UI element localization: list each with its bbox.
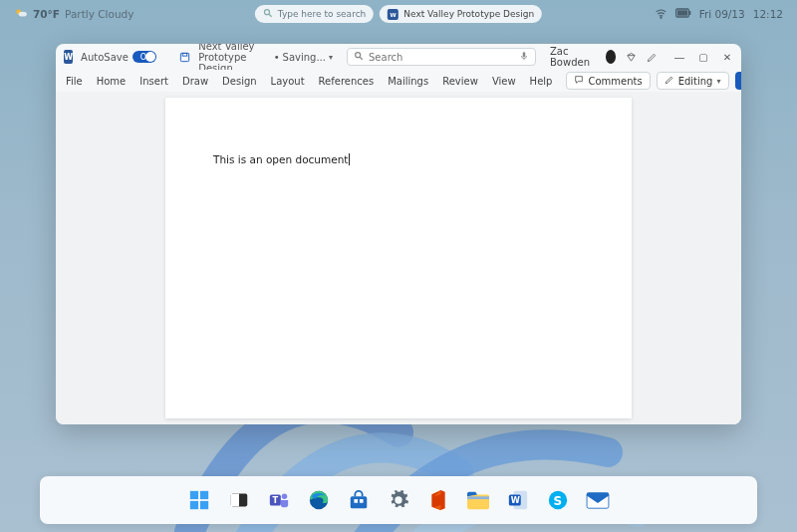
- system-search-placeholder: Type here to search: [278, 9, 366, 19]
- comment-icon: [574, 75, 584, 87]
- ribbon-tabs: File Home Insert Draw Design Layout Refe…: [56, 70, 741, 92]
- weather-condition: Partly Cloudy: [65, 8, 133, 20]
- tab-review[interactable]: Review: [442, 76, 478, 87]
- teams-app[interactable]: T: [266, 487, 292, 513]
- bullet-separator: •: [274, 52, 280, 63]
- svg-text:S: S: [553, 494, 562, 508]
- explorer-app[interactable]: [465, 487, 491, 513]
- svg-rect-20: [231, 494, 239, 507]
- autosave-label: AutoSave: [81, 52, 129, 63]
- svg-line-12: [360, 57, 363, 60]
- svg-text:W: W: [391, 11, 397, 17]
- system-date[interactable]: Fri 09/13: [699, 8, 745, 20]
- task-view-button[interactable]: [226, 487, 252, 513]
- ribbon-search-input[interactable]: [369, 52, 514, 63]
- word-app-icon: W: [388, 9, 398, 20]
- system-time[interactable]: 12:12: [753, 8, 783, 20]
- svg-rect-17: [190, 501, 198, 509]
- system-search-pill[interactable]: Type here to search: [255, 5, 374, 23]
- tab-draw[interactable]: Draw: [182, 76, 208, 87]
- start-button[interactable]: [186, 487, 212, 513]
- chevron-down-icon: ▾: [329, 53, 333, 62]
- autosave-state: On: [140, 53, 151, 62]
- pen-icon[interactable]: [647, 51, 658, 63]
- tab-file[interactable]: File: [66, 76, 83, 87]
- word-window: W AutoSave On Next Valley Prototype Desi…: [56, 44, 741, 424]
- tab-references[interactable]: References: [319, 76, 375, 87]
- diamond-icon[interactable]: [626, 51, 637, 63]
- editing-mode-button[interactable]: Editing ▾: [657, 72, 729, 90]
- svg-rect-7: [677, 10, 687, 15]
- tab-layout[interactable]: Layout: [271, 76, 305, 87]
- ribbon-search[interactable]: [347, 48, 536, 66]
- tab-mailings[interactable]: Mailings: [388, 76, 428, 87]
- close-button[interactable]: ✕: [721, 51, 733, 63]
- svg-rect-8: [689, 11, 690, 15]
- svg-rect-29: [467, 496, 489, 499]
- window-titlebar: W AutoSave On Next Valley Prototype Desi…: [56, 44, 741, 70]
- document-status: Saving...: [283, 52, 326, 63]
- document-body-text: This is an open document: [213, 153, 348, 165]
- comments-button[interactable]: Comments: [566, 72, 650, 90]
- mic-icon[interactable]: [519, 51, 529, 63]
- svg-rect-15: [190, 491, 198, 499]
- svg-line-3: [269, 14, 272, 17]
- svg-rect-10: [182, 53, 187, 56]
- svg-rect-26: [354, 499, 358, 503]
- mail-app[interactable]: [585, 487, 611, 513]
- user-avatar[interactable]: [606, 50, 616, 64]
- text-cursor: [349, 153, 350, 165]
- svg-point-23: [282, 494, 288, 500]
- system-top-bar: 70°F Partly Cloudy Type here to search W…: [0, 0, 797, 28]
- tab-view[interactable]: View: [492, 76, 516, 87]
- svg-text:T: T: [273, 495, 279, 505]
- active-app-label: Next Valley Prototype Design: [403, 9, 534, 19]
- document-canvas[interactable]: This is an open document: [56, 92, 741, 424]
- user-name[interactable]: Zac Bowden: [550, 46, 596, 68]
- tab-help[interactable]: Help: [530, 76, 553, 87]
- word-icon: W: [64, 50, 73, 64]
- svg-point-11: [356, 53, 361, 58]
- svg-point-1: [19, 12, 27, 17]
- svg-rect-18: [200, 501, 208, 509]
- svg-text:W: W: [511, 495, 520, 505]
- search-icon: [354, 51, 364, 63]
- svg-rect-13: [523, 52, 526, 57]
- skype-app[interactable]: S: [545, 487, 571, 513]
- search-icon: [263, 8, 273, 20]
- comments-label: Comments: [588, 76, 642, 87]
- chevron-down-icon: ▾: [716, 77, 720, 86]
- pencil-icon: [664, 75, 674, 87]
- weather-icon: [14, 6, 28, 22]
- svg-point-2: [264, 10, 269, 15]
- store-app[interactable]: [346, 487, 372, 513]
- document-page[interactable]: This is an open document: [165, 98, 632, 418]
- tab-insert[interactable]: Insert: [139, 76, 168, 87]
- battery-icon[interactable]: [675, 8, 691, 20]
- edge-app[interactable]: [306, 487, 332, 513]
- share-button[interactable]: Share: [735, 72, 742, 90]
- weather-widget[interactable]: 70°F Partly Cloudy: [14, 6, 133, 22]
- taskbar: T W S: [40, 476, 757, 524]
- editing-label: Editing: [678, 76, 713, 87]
- office-app[interactable]: [425, 487, 451, 513]
- weather-temperature: 70°F: [33, 8, 60, 20]
- svg-rect-9: [181, 53, 189, 61]
- wifi-icon[interactable]: [655, 7, 667, 22]
- svg-point-5: [661, 17, 662, 18]
- settings-app[interactable]: [386, 487, 411, 513]
- active-app-chip[interactable]: W Next Valley Prototype Design: [380, 5, 542, 23]
- minimize-button[interactable]: ―: [673, 51, 685, 63]
- svg-rect-25: [351, 496, 368, 508]
- maximize-button[interactable]: ▢: [697, 51, 709, 63]
- save-icon[interactable]: [179, 51, 190, 63]
- svg-rect-27: [360, 499, 364, 503]
- tab-home[interactable]: Home: [97, 76, 127, 87]
- tab-design[interactable]: Design: [222, 76, 257, 87]
- autosave-toggle[interactable]: AutoSave On: [81, 51, 171, 63]
- svg-rect-16: [200, 491, 208, 499]
- word-app[interactable]: W: [505, 487, 531, 513]
